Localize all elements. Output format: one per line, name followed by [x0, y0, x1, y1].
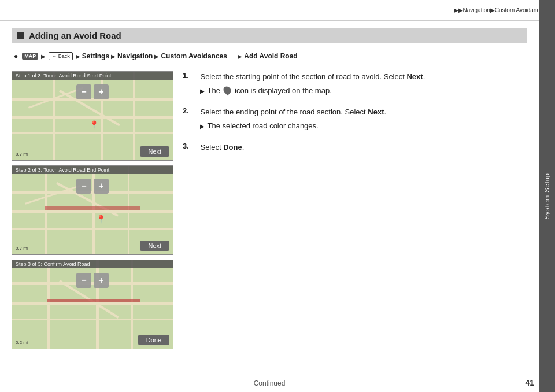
arrow-icon-3: ▶ — [111, 53, 116, 60]
nav-path: ● MAP ▶ ← Back ▶ Settings ▶ Navigation ▶… — [12, 48, 527, 64]
step-1-row: 1. Select the starting point of the sect… — [183, 71, 527, 96]
step-3-row: 3. Select Done. — [183, 142, 527, 153]
breadcrumb: ▶▶Navigation▶Custom Avoidances — [454, 7, 546, 13]
avoid-road-confirmed — [47, 299, 140, 302]
step-2-sub-arrow: ▶ — [200, 122, 205, 131]
step-3-text: Select Done. — [200, 143, 244, 151]
step-1-number: 1. — [183, 71, 191, 80]
step-1-content: Select the starting point of the section… — [191, 71, 425, 96]
street-h-3 — [12, 132, 173, 134]
step-2-bold: Next — [368, 108, 384, 116]
continued-text: Continued — [254, 379, 286, 387]
zoom-out-btn-1[interactable]: − — [76, 84, 91, 99]
step-1-sub-text: The icon is displayed on the map. — [207, 85, 331, 97]
map-icon: MAP — [22, 53, 38, 60]
step-1-text: Select the starting point of the section… — [200, 72, 425, 81]
nav-custom-avoidances: Custom Avoidances — [161, 52, 227, 60]
zoom-out-btn-2[interactable]: − — [76, 179, 91, 194]
step-2-sub: ▶ The selected road color changes. — [200, 120, 386, 132]
main-content: Adding an Avoid Road ● MAP ▶ ← Back ▶ Se… — [0, 21, 539, 392]
street-v-1 — [53, 72, 55, 160]
right-column: 1. Select the starting point of the sect… — [183, 71, 527, 354]
section-square-icon — [17, 32, 24, 39]
avoid-icon — [222, 85, 232, 95]
step-1-sub: ▶ The icon is displayed on the map. — [200, 85, 425, 97]
map-done-btn[interactable]: Done — [138, 335, 169, 345]
map-box-3: Step 3 of 3: Confirm Avoid Road − + 0.2 … — [12, 260, 173, 349]
two-col-layout: Step 1 of 3: Touch Avoid Road Start Poin… — [12, 71, 527, 354]
map-next-btn-1[interactable]: Next — [140, 146, 169, 157]
street-h-9 — [12, 319, 173, 320]
home-icon: ● — [14, 52, 18, 60]
arrow-icon-5: ▶ — [238, 53, 242, 60]
step-3-block: 3. Select Done. — [183, 142, 527, 153]
avoid-road-highlight — [45, 206, 141, 210]
back-icon: ← Back — [49, 52, 73, 60]
arrow-icon-4: ▶ — [154, 53, 159, 60]
street-h-2 — [12, 116, 173, 119]
step-1-block: 1. Select the starting point of the sect… — [183, 71, 527, 96]
map-pin-2: 📍 — [96, 215, 106, 224]
step-2-block: 2. Select the ending point of the road s… — [183, 106, 527, 131]
step-2-text: Select the ending point of the road sect… — [200, 108, 386, 116]
step-2-content: Select the ending point of the road sect… — [191, 106, 386, 131]
map-next-btn-2[interactable]: Next — [140, 241, 169, 251]
step-2-sub-text: The selected road color changes. — [207, 120, 318, 132]
zoom-controls-1[interactable]: − + — [76, 84, 109, 99]
map-label-2: Step 2 of 3: Touch Avoid Road End Point — [12, 166, 173, 174]
nav-navigation: Navigation — [117, 52, 153, 60]
zoom-in-btn-3[interactable]: + — [94, 273, 109, 288]
street-v-7 — [47, 260, 50, 349]
arrow-icon: ▶ — [41, 53, 46, 60]
bottom-bar: Continued — [0, 379, 539, 387]
map-scale-3: 0.2 mi — [16, 340, 28, 345]
zoom-controls-3[interactable]: − + — [76, 273, 109, 288]
step-1-sub-arrow: ▶ — [200, 87, 205, 95]
street-v-3 — [133, 72, 135, 160]
street-v-9 — [131, 260, 133, 349]
street-diag-4 — [25, 185, 80, 205]
step-1-bold: Next — [406, 72, 423, 81]
left-column: Step 1 of 3: Touch Avoid Road Start Poin… — [12, 71, 173, 354]
street-v-4 — [45, 166, 47, 254]
map-scale-2: 0.7 mi — [16, 246, 28, 251]
sidebar-label: System Setup — [543, 173, 550, 219]
step-2-number: 2. — [183, 106, 191, 115]
section-header: Adding an Avoid Road — [12, 28, 527, 43]
map-label-1: Step 1 of 3: Touch Avoid Road Start Poin… — [12, 72, 173, 80]
map-box-1: Step 1 of 3: Touch Avoid Road Start Poin… — [12, 71, 173, 161]
nav-add-avoid-road: Add Avoid Road — [244, 52, 297, 60]
step-3-bold: Done — [223, 143, 242, 151]
arrow-icon-2: ▶ — [76, 53, 80, 60]
map-box-2: Step 2 of 3: Touch Avoid Road End Point … — [12, 165, 173, 255]
map-pin-1: 📍 — [89, 120, 99, 130]
right-sidebar: System Setup — [539, 0, 555, 392]
street-v-6 — [128, 166, 130, 254]
section-title: Adding an Avoid Road — [29, 31, 121, 40]
page-number: 41 — [525, 378, 534, 387]
zoom-controls-2[interactable]: − + — [76, 179, 109, 194]
step-3-content: Select Done. — [191, 142, 244, 153]
zoom-in-btn-2[interactable]: + — [94, 179, 109, 194]
top-bar: ▶▶Navigation▶Custom Avoidances — [0, 0, 555, 21]
nav-settings: Settings — [82, 52, 109, 60]
step-3-number: 3. — [183, 142, 191, 150]
zoom-in-btn-1[interactable]: + — [94, 84, 109, 99]
step-2-row: 2. Select the ending point of the road s… — [183, 106, 527, 131]
map-label-3: Step 3 of 3: Confirm Avoid Road — [12, 260, 173, 268]
map-scale-1: 0.7 mi — [16, 151, 28, 157]
zoom-out-btn-3[interactable]: − — [76, 273, 91, 288]
